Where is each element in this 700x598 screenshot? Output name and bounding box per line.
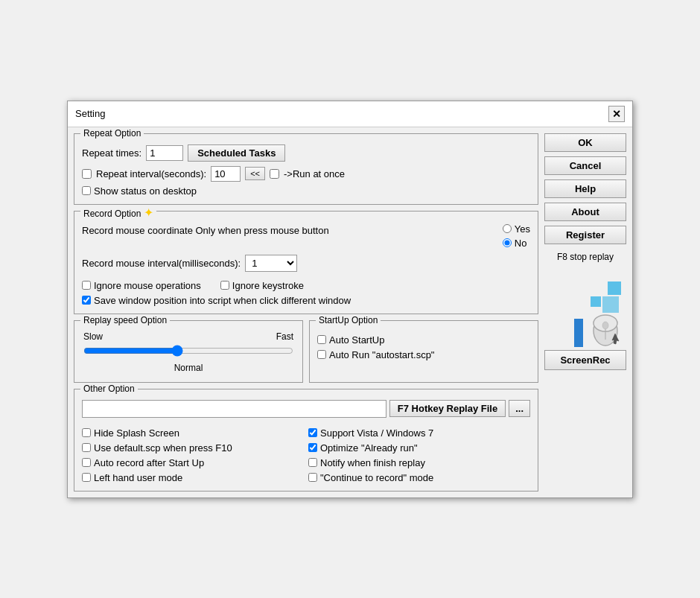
repeat-interval-label: Repeat interval(seconds): xyxy=(96,168,206,179)
ignore-keystroke-label[interactable]: Ignore keystroke xyxy=(220,280,304,291)
record-option-group: Record Option ✦ Record mouse coordinate … xyxy=(74,211,538,314)
chevron-button[interactable]: << xyxy=(245,167,265,180)
settings-dialog: Setting ✕ Repeat Option Repeat times: Sc… xyxy=(67,101,633,498)
f7-hotkey-button[interactable]: F7 Hotkey Replay File xyxy=(389,400,506,417)
auto-startup-label[interactable]: Auto StartUp xyxy=(317,334,530,346)
repeat-times-row: Repeat times: Scheduled Tasks xyxy=(82,144,530,162)
hotkey-input[interactable] xyxy=(82,400,386,418)
mouse-interval-label: Record mouse interval(milliseconds): xyxy=(82,258,241,269)
star-icon: ✦ xyxy=(144,206,153,220)
decoration-svg xyxy=(559,280,626,347)
normal-label: Normal xyxy=(83,363,293,373)
slider-container: Slow Fast Normal xyxy=(82,327,295,375)
repeat-option-title: Repeat Option xyxy=(80,128,144,139)
notify-finish-checkbox[interactable] xyxy=(308,458,317,467)
f8-stop-text: F8 stop replay xyxy=(544,252,626,262)
svg-rect-2 xyxy=(602,296,619,313)
left-hand-label[interactable]: Left hand user mode xyxy=(82,472,304,483)
show-status-label[interactable]: Show status on desktop xyxy=(82,185,530,197)
no-radio[interactable] xyxy=(503,238,512,247)
yes-radio-label[interactable]: Yes xyxy=(503,223,530,235)
help-button[interactable]: Help xyxy=(544,179,626,198)
use-default-label[interactable]: Use default.scp when press F10 xyxy=(82,442,304,454)
svg-rect-0 xyxy=(608,281,621,295)
scheduled-tasks-button[interactable]: Scheduled Tasks xyxy=(188,144,285,162)
left-hand-checkbox[interactable] xyxy=(82,473,91,482)
repeat-times-label: Repeat times: xyxy=(82,147,141,159)
about-button[interactable]: About xyxy=(544,203,626,221)
hide-splash-checkbox[interactable] xyxy=(82,428,91,437)
optimize-checkbox[interactable] xyxy=(308,443,317,452)
dialog-body: Repeat Option Repeat times: Scheduled Ta… xyxy=(68,127,632,497)
repeat-interval-row: Repeat interval(seconds): << ->Run at on… xyxy=(82,166,530,182)
startup-option-group: StartUp Option Auto StartUp Auto Run "au… xyxy=(309,320,538,383)
ignore-mouse-label[interactable]: Ignore mouse operations xyxy=(82,280,201,291)
yes-no-radio-group: Yes No xyxy=(503,223,530,249)
window-title: Setting xyxy=(75,108,105,119)
auto-run-checkbox[interactable] xyxy=(317,350,326,359)
blue-decoration xyxy=(544,280,626,347)
other-col-left: Hide Splash Screen Use default.scp when … xyxy=(82,424,304,483)
auto-record-checkbox[interactable] xyxy=(82,458,91,467)
mouse-interval-row: Record mouse interval(milliseconds): 1 5… xyxy=(82,255,530,272)
repeat-option-group: Repeat Option Repeat times: Scheduled Ta… xyxy=(74,133,538,205)
startup-option-title: StartUp Option xyxy=(316,315,381,325)
title-bar: Setting ✕ xyxy=(68,101,632,127)
auto-record-label[interactable]: Auto record after Start Up xyxy=(82,457,304,468)
auto-run-label[interactable]: Auto Run "autostart.scp" xyxy=(317,349,530,360)
replay-speed-group: Replay speed Option Slow Fast Normal xyxy=(74,320,303,383)
svg-point-7 xyxy=(602,322,608,329)
repeat-interval-checkbox[interactable] xyxy=(82,169,92,179)
ignore-keystroke-checkbox[interactable] xyxy=(220,281,229,290)
replay-speed-title: Replay speed Option xyxy=(80,315,170,325)
repeat-interval-input[interactable] xyxy=(211,166,241,182)
other-option-title: Other Option xyxy=(80,384,138,394)
hide-splash-label[interactable]: Hide Splash Screen xyxy=(82,427,304,439)
other-option-group: Other Option F7 Hotkey Replay File ... H… xyxy=(74,389,538,492)
support-vista-checkbox[interactable] xyxy=(308,428,317,437)
replay-speed-slider[interactable] xyxy=(83,345,293,357)
screenrec-area: ScreenRec xyxy=(544,273,626,370)
cancel-button[interactable]: Cancel xyxy=(544,156,626,175)
notify-finish-label[interactable]: Notify when finish replay xyxy=(308,457,530,468)
ignore-mouse-checkbox[interactable] xyxy=(82,281,91,290)
mouse-interval-select[interactable]: 1 5 10 20 xyxy=(245,255,297,272)
hotkey-row: F7 Hotkey Replay File ... xyxy=(82,400,530,418)
auto-startup-checkbox[interactable] xyxy=(317,335,326,344)
screenrec-button[interactable]: ScreenRec xyxy=(544,350,626,370)
close-button[interactable]: ✕ xyxy=(608,106,625,122)
no-radio-label[interactable]: No xyxy=(503,238,530,249)
svg-rect-1 xyxy=(591,296,601,307)
run-at-once-checkbox[interactable] xyxy=(270,169,279,179)
repeat-times-input[interactable] xyxy=(146,145,183,161)
ok-button[interactable]: OK xyxy=(544,133,626,152)
run-at-once-label: ->Run at once xyxy=(284,168,345,179)
optimize-label[interactable]: Optimize "Already run" xyxy=(308,442,530,454)
other-col-right: Support Vista / Windows 7 Optimize "Alre… xyxy=(308,424,530,483)
continue-record-checkbox[interactable] xyxy=(308,473,317,482)
ignore-row: Ignore mouse operations Ignore keystroke xyxy=(82,276,530,291)
other-cols: Hide Splash Screen Use default.scp when … xyxy=(82,424,530,483)
register-button[interactable]: Register xyxy=(544,226,626,244)
fast-label: Fast xyxy=(276,331,293,342)
save-window-label[interactable]: Save window position into script when cl… xyxy=(82,295,530,306)
continue-record-label[interactable]: "Continue to record" mode xyxy=(308,472,530,483)
record-mouse-coord-label: Record mouse coordinate Only when press … xyxy=(82,225,329,236)
show-status-checkbox[interactable] xyxy=(82,186,91,195)
use-default-checkbox[interactable] xyxy=(82,443,91,452)
yes-radio[interactable] xyxy=(503,224,512,233)
browse-button[interactable]: ... xyxy=(509,400,530,417)
left-panel: Repeat Option Repeat times: Scheduled Ta… xyxy=(74,133,538,492)
record-option-title: Record Option ✦ xyxy=(80,206,156,220)
slider-labels: Slow Fast xyxy=(83,331,293,342)
record-mouse-row: Record mouse coordinate Only when press … xyxy=(82,223,530,249)
save-window-checkbox[interactable] xyxy=(82,296,91,305)
right-panel: OK Cancel Help About Register F8 stop re… xyxy=(544,133,626,492)
record-option-content: Record mouse coordinate Only when press … xyxy=(82,223,530,306)
bottom-groups: Replay speed Option Slow Fast Normal Sta… xyxy=(74,320,538,383)
slow-label: Slow xyxy=(83,331,103,342)
svg-rect-3 xyxy=(574,319,583,347)
support-vista-label[interactable]: Support Vista / Windows 7 xyxy=(308,427,530,439)
other-option-content: F7 Hotkey Replay File ... Hide Splash Sc… xyxy=(82,400,530,483)
